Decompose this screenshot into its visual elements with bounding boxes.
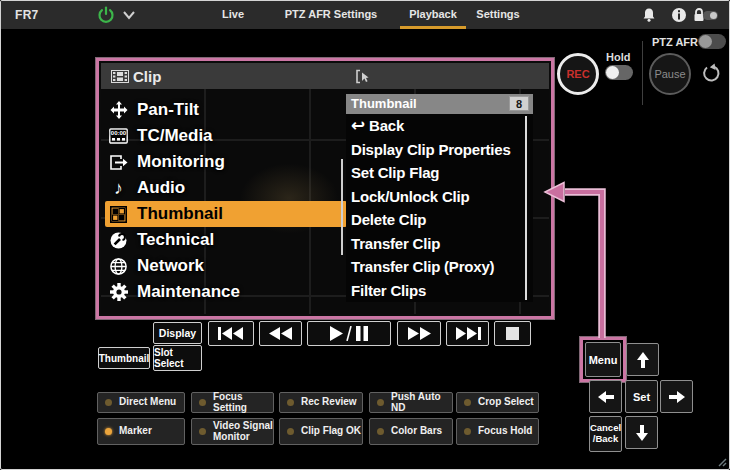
led-indicator (105, 399, 112, 406)
stop-button[interactable] (494, 321, 531, 346)
resize-corner-icon[interactable] (717, 457, 727, 467)
submenu-item-label: Back (369, 117, 404, 134)
submenu-title: Thumbnail (351, 96, 417, 111)
monitoring-icon (109, 153, 128, 172)
pause-button[interactable]: Pause (649, 53, 691, 95)
thumbnail-button[interactable]: Thumbnail (98, 347, 150, 369)
menu-item-tc-media[interactable]: 00:00 TC/Media (105, 123, 347, 149)
clip-menu-titlebar: Clip (101, 63, 549, 89)
cursor-mode-icon[interactable] (355, 69, 370, 84)
clip-menu-overlay: Clip Pan-Tilt 00:00 (96, 58, 554, 319)
tab-live[interactable]: Live (222, 8, 244, 20)
previous-clip-icon (217, 327, 245, 340)
tab-settings[interactable]: Settings (476, 8, 519, 20)
set-button-label: Set (633, 391, 650, 403)
submenu-item-filter-clips[interactable]: Filter Clips (346, 279, 533, 303)
submenu-item-transfer-clip-proxy[interactable]: Transfer Clip (Proxy) (346, 255, 533, 279)
submenu-scrollbar[interactable] (525, 116, 527, 300)
menu-item-maintenance[interactable]: Maintenance (105, 279, 347, 305)
down-arrow-icon (635, 425, 649, 441)
submenu-item-label: Transfer Clip (Proxy) (351, 258, 494, 275)
menu-item-thumbnail[interactable]: Thumbnail (105, 201, 347, 227)
lock-toggle[interactable] (703, 11, 718, 20)
led-indicator (464, 399, 471, 406)
submenu-item-back[interactable]: ↩Back (346, 114, 533, 138)
led-indicator (199, 399, 206, 406)
submenu-item-lock-unlock-clip[interactable]: Lock/Unlock Clip (346, 185, 533, 209)
info-icon[interactable] (671, 7, 687, 23)
menu-button[interactable]: Menu (585, 342, 621, 377)
slot-select-button[interactable]: Slot Select (153, 345, 202, 371)
menu-item-monitoring[interactable]: Monitoring (105, 149, 347, 175)
left-button[interactable] (589, 380, 622, 413)
rewind-button[interactable] (259, 321, 302, 346)
submenu-item-label: Display Clip Properties (351, 141, 511, 158)
ptz-afr-toggle[interactable] (698, 34, 726, 49)
assignable-button-clip-flag-ok[interactable]: Clip Flag OK (279, 418, 363, 445)
menu-item-audio[interactable]: ♪ Audio (105, 175, 347, 201)
rec-hold-toggle[interactable] (605, 65, 633, 80)
led-indicator-on (105, 428, 112, 435)
menu-item-network[interactable]: Network (105, 253, 347, 279)
assignable-button-label: Direct Menu (119, 397, 176, 408)
clip-menu-list: Pan-Tilt 00:00 TC/Media (105, 97, 347, 305)
cancel-back-label-line2: /Back (593, 434, 618, 445)
menu-item-label: Monitoring (137, 152, 225, 172)
thumbnail-icon (109, 205, 128, 224)
rec-button[interactable]: REC (557, 53, 599, 95)
rewind-icon (268, 327, 293, 340)
assignable-button-focus-setting[interactable]: Focus Setting (191, 392, 274, 413)
led-indicator (199, 428, 206, 435)
set-button[interactable]: Set (625, 380, 658, 413)
tab-playback[interactable]: Playback (409, 8, 457, 20)
submenu-item-delete-clip[interactable]: Delete Clip (346, 208, 533, 232)
tab-ptz-afr-settings[interactable]: PTZ AFR Settings (285, 8, 377, 20)
maintenance-icon (109, 283, 128, 302)
assignable-button-crop-select[interactable]: Crop Select (456, 392, 539, 413)
assignable-button-color-bars[interactable]: Color Bars (369, 418, 453, 445)
lock-toggle-knob (710, 12, 717, 19)
hold-label: Hold (606, 51, 630, 63)
submenu-item-set-clip-flag[interactable]: Set Clip Flag (346, 161, 533, 185)
back-icon: ↩ (351, 117, 365, 134)
up-arrow-icon (636, 352, 650, 368)
ptz-camera-web-ui: FR7 Live PTZ AFR Settings Playback Setti… (0, 0, 730, 470)
stop-icon (506, 327, 519, 340)
menu-item-label: Thumbnail (137, 204, 223, 224)
reset-icon[interactable] (701, 63, 721, 83)
submenu-header: Thumbnail 8 (346, 94, 533, 114)
ptz-afr-toggle-knob (699, 35, 712, 48)
previous-clip-button[interactable] (208, 321, 254, 346)
down-button[interactable] (625, 416, 658, 449)
chevron-down-icon[interactable] (122, 10, 136, 20)
next-clip-button[interactable] (446, 321, 489, 346)
submenu-item-display-clip-properties[interactable]: Display Clip Properties (346, 138, 533, 162)
bell-icon[interactable] (641, 7, 657, 23)
svg-text:00:00: 00:00 (111, 130, 127, 136)
assignable-button-marker[interactable]: Marker (97, 418, 185, 445)
menu-item-technical[interactable]: Technical (105, 227, 347, 253)
assignable-button-label: Color Bars (391, 426, 442, 437)
display-button[interactable]: Display (153, 322, 202, 344)
submenu-item-transfer-clip[interactable]: Transfer Clip (346, 232, 533, 256)
display-button-label: Display (159, 327, 196, 339)
power-icon[interactable] (97, 6, 115, 24)
menu-scrollbar[interactable] (341, 159, 343, 255)
cancel-back-button[interactable]: Cancel /Back (589, 416, 622, 452)
menu-item-label: Network (137, 256, 204, 276)
pause-label: Pause (654, 68, 685, 80)
menu-item-pan-tilt[interactable]: Pan-Tilt (105, 97, 347, 123)
audio-icon: ♪ (109, 179, 128, 198)
assignable-button-video-signal-monitor[interactable]: Video Signal Monitor (191, 418, 274, 445)
assignable-button-direct-menu[interactable]: Direct Menu (97, 392, 185, 413)
submenu-count-badge: 8 (509, 96, 529, 111)
panel-divider (642, 41, 643, 105)
play-pause-button[interactable] (307, 321, 391, 346)
fast-forward-button[interactable] (397, 321, 441, 346)
assignable-button-rec-review[interactable]: Rec Review (279, 392, 363, 413)
submenu-item-label: Transfer Clip (351, 235, 440, 252)
up-button[interactable] (626, 343, 659, 376)
right-button[interactable] (660, 380, 693, 413)
assignable-button-focus-hold[interactable]: Focus Hold (456, 418, 539, 445)
assignable-button-push-auto-nd[interactable]: Push Auto ND (369, 392, 453, 413)
